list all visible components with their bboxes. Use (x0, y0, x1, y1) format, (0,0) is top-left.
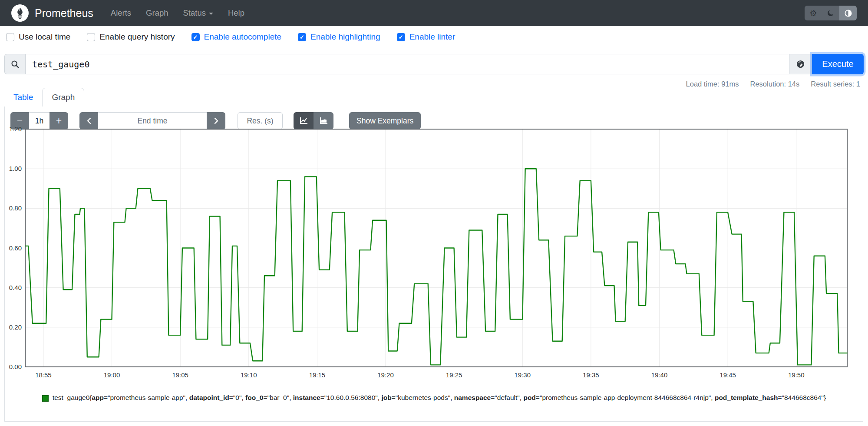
svg-text:19:45: 19:45 (719, 371, 736, 379)
svg-text:19:50: 19:50 (788, 371, 805, 379)
svg-text:1.20: 1.20 (9, 126, 22, 133)
brand-title[interactable]: Prometheus (35, 7, 93, 20)
line-chart-icon (299, 116, 308, 125)
checkbox-label: Enable highlighting (310, 32, 380, 42)
svg-text:18:55: 18:55 (35, 371, 52, 379)
options-row: Use local time Enable query history ✓ En… (6, 32, 472, 42)
gear-icon: ⚙ (809, 9, 817, 17)
dark-theme-button[interactable] (822, 6, 839, 20)
checkbox-label: Use local time (19, 32, 70, 42)
nav-item-label: Graph (146, 8, 168, 18)
nav-item-status[interactable]: Status (183, 8, 213, 18)
svg-text:19:15: 19:15 (309, 371, 326, 379)
graph-canvas[interactable]: 0.000.200.400.600.801.001.2018:5519:0019… (0, 126, 868, 380)
chevron-down-icon (209, 13, 213, 15)
tab-bar: Table Graph (4, 87, 863, 107)
nav-item-graph[interactable]: Graph (146, 8, 168, 18)
checkbox-enable-query-history[interactable]: Enable query history (87, 32, 175, 42)
checkbox-checked-icon[interactable]: ✓ (191, 33, 200, 41)
settings-button[interactable]: ⚙ (805, 6, 822, 20)
chevron-left-icon (86, 117, 92, 125)
moon-icon (827, 9, 835, 17)
series-swatch-icon (42, 395, 49, 402)
svg-text:0.40: 0.40 (9, 284, 22, 291)
chevron-right-icon (213, 117, 219, 125)
execute-button[interactable]: Execute (812, 54, 864, 74)
checkbox-label: Enable query history (99, 32, 175, 42)
nav-item-alerts[interactable]: Alerts (111, 8, 131, 18)
svg-text:0.80: 0.80 (9, 204, 22, 212)
svg-text:19:25: 19:25 (446, 371, 462, 379)
svg-text:19:40: 19:40 (651, 371, 668, 379)
svg-text:19:05: 19:05 (172, 371, 188, 379)
nav-item-help[interactable]: Help (228, 8, 244, 18)
auto-theme-button[interactable] (839, 6, 857, 20)
checkbox-checked-icon[interactable]: ✓ (397, 33, 405, 41)
globe-icon (795, 59, 805, 69)
query-bar: Execute (4, 54, 864, 74)
checkbox-enable-highlighting[interactable]: ✓ Enable highlighting (298, 32, 380, 42)
metrics-explorer-button[interactable] (789, 54, 812, 74)
svg-text:19:10: 19:10 (241, 371, 257, 379)
svg-text:1.00: 1.00 (9, 165, 22, 172)
svg-text:0.60: 0.60 (9, 244, 22, 252)
svg-text:0.20: 0.20 (9, 323, 22, 331)
navbar: Prometheus Alerts Graph Status Help ⚙ (0, 0, 868, 26)
prometheus-logo-icon[interactable] (11, 4, 29, 22)
nav-item-label: Alerts (111, 8, 131, 18)
series-label: test_gauge0{app="prometheus-sample-app",… (53, 394, 826, 402)
svg-text:19:00: 19:00 (104, 371, 120, 379)
checkbox-label: Enable autocomplete (204, 32, 282, 42)
svg-text:19:35: 19:35 (583, 371, 599, 379)
checkbox-checked-icon[interactable]: ✓ (298, 33, 306, 41)
checkbox-enable-linter[interactable]: ✓ Enable linter (397, 32, 455, 42)
checkbox-unchecked-icon[interactable] (6, 33, 14, 41)
svg-text:19:20: 19:20 (377, 371, 394, 379)
search-icon (10, 60, 20, 69)
checkbox-unchecked-icon[interactable] (87, 33, 95, 41)
nav-item-label: Help (228, 8, 244, 18)
query-input[interactable] (26, 54, 789, 74)
legend[interactable]: test_gauge0{app="prometheus-sample-app",… (0, 394, 868, 402)
prometheus-app: Prometheus Alerts Graph Status Help ⚙ Us… (0, 0, 868, 426)
svg-text:0.00: 0.00 (9, 363, 22, 370)
stacked-chart-icon (319, 116, 328, 125)
checkbox-use-local-time[interactable]: Use local time (6, 32, 70, 42)
query-prepend (4, 54, 26, 74)
svg-text:19:30: 19:30 (514, 371, 531, 379)
checkbox-enable-autocomplete[interactable]: ✓ Enable autocomplete (191, 32, 282, 42)
theme-button-group: ⚙ (805, 6, 857, 20)
contrast-icon (844, 9, 852, 17)
checkbox-label: Enable linter (409, 32, 455, 42)
tab-graph[interactable]: Graph (42, 88, 84, 107)
tab-table[interactable]: Table (4, 88, 42, 106)
nav-item-label: Status (183, 8, 206, 18)
